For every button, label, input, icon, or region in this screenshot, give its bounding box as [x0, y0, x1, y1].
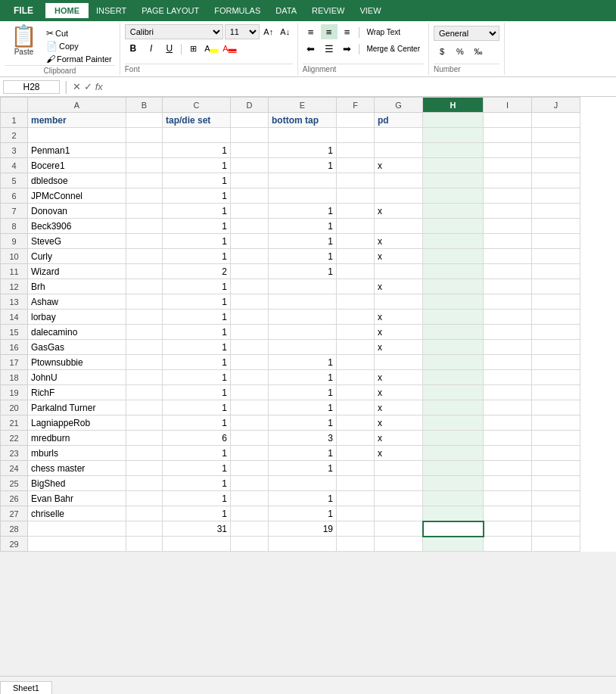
- cell-B29[interactable]: [126, 537, 163, 552]
- cell-G3[interactable]: [375, 143, 423, 158]
- cell-I14[interactable]: [484, 310, 532, 325]
- cut-button[interactable]: ✂ Cut: [43, 27, 115, 39]
- cell-G23[interactable]: x: [375, 446, 423, 461]
- cell-A5[interactable]: dbledsoe: [28, 173, 126, 188]
- cell-A8[interactable]: Beck3906: [28, 219, 126, 234]
- cell-E24[interactable]: 1: [269, 461, 337, 476]
- cell-A14[interactable]: lorbay: [28, 310, 126, 325]
- row-header[interactable]: 3: [1, 143, 28, 158]
- wrap-text-button[interactable]: Wrap Text: [362, 26, 404, 38]
- cell-I5[interactable]: [484, 173, 532, 188]
- cell-reference-input[interactable]: [3, 80, 60, 94]
- cell-H22[interactable]: [423, 431, 484, 446]
- cell-F24[interactable]: [337, 461, 375, 476]
- cell-G9[interactable]: x: [375, 234, 423, 249]
- cell-B20[interactable]: [126, 400, 163, 415]
- cell-H5[interactable]: [423, 173, 484, 188]
- cell-H10[interactable]: [423, 249, 484, 264]
- cell-B2[interactable]: [126, 128, 163, 143]
- cell-F3[interactable]: [337, 143, 375, 158]
- cell-E23[interactable]: 1: [269, 446, 337, 461]
- col-header-I[interactable]: I: [484, 98, 532, 113]
- cell-D16[interactable]: [231, 340, 269, 355]
- cell-F7[interactable]: [337, 204, 375, 219]
- cell-J19[interactable]: [532, 385, 580, 400]
- row-header[interactable]: 7: [1, 204, 28, 219]
- cell-B5[interactable]: [126, 173, 163, 188]
- cell-C24[interactable]: 1: [163, 461, 231, 476]
- row-header[interactable]: 14: [1, 310, 28, 325]
- cell-J4[interactable]: [532, 158, 580, 173]
- cell-F1[interactable]: [337, 113, 375, 128]
- cell-A18[interactable]: JohnU: [28, 370, 126, 385]
- formula-input[interactable]: [106, 81, 613, 93]
- cell-D24[interactable]: [231, 461, 269, 476]
- cell-J24[interactable]: [532, 461, 580, 476]
- cell-I21[interactable]: [484, 415, 532, 431]
- cell-J27[interactable]: [532, 506, 580, 521]
- cell-H18[interactable]: [423, 370, 484, 385]
- cell-A19[interactable]: RichF: [28, 385, 126, 400]
- col-header-G[interactable]: G: [375, 98, 423, 113]
- cell-I17[interactable]: [484, 355, 532, 370]
- cell-F13[interactable]: [337, 294, 375, 310]
- cell-A28[interactable]: [28, 521, 126, 537]
- align-center[interactable]: ☰: [321, 41, 338, 56]
- cell-E16[interactable]: [269, 340, 337, 355]
- row-header[interactable]: 18: [1, 370, 28, 385]
- row-header[interactable]: 5: [1, 173, 28, 188]
- cell-B18[interactable]: [126, 370, 163, 385]
- cell-I13[interactable]: [484, 294, 532, 310]
- cell-G26[interactable]: [375, 491, 423, 506]
- cell-G6[interactable]: [375, 188, 423, 204]
- cell-A24[interactable]: chess master: [28, 461, 126, 476]
- cell-E27[interactable]: 1: [269, 506, 337, 521]
- currency-button[interactable]: $: [434, 44, 450, 59]
- cell-J16[interactable]: [532, 340, 580, 355]
- cell-A23[interactable]: mburls: [28, 446, 126, 461]
- row-header[interactable]: 19: [1, 385, 28, 400]
- cell-C28[interactable]: 31: [163, 521, 231, 537]
- cell-E26[interactable]: 1: [269, 491, 337, 506]
- cell-H17[interactable]: [423, 355, 484, 370]
- row-header[interactable]: 26: [1, 491, 28, 506]
- cell-A22[interactable]: mredburn: [28, 431, 126, 446]
- cell-E20[interactable]: 1: [269, 400, 337, 415]
- cell-D14[interactable]: [231, 310, 269, 325]
- col-header-C[interactable]: C: [163, 98, 231, 113]
- cell-J25[interactable]: [532, 476, 580, 491]
- cell-F25[interactable]: [337, 476, 375, 491]
- row-header[interactable]: 20: [1, 400, 28, 415]
- cell-A26[interactable]: Evan Bahr: [28, 491, 126, 506]
- row-header[interactable]: 25: [1, 476, 28, 491]
- cell-C12[interactable]: 1: [163, 279, 231, 294]
- tab-page-layout[interactable]: PAGE LAYOUT: [134, 3, 207, 18]
- cell-C6[interactable]: 1: [163, 188, 231, 204]
- align-top-right[interactable]: ≡: [339, 24, 356, 39]
- cell-G25[interactable]: [375, 476, 423, 491]
- row-header[interactable]: 28: [1, 521, 28, 537]
- cell-D28[interactable]: [231, 521, 269, 537]
- cell-F28[interactable]: [337, 521, 375, 537]
- cell-D18[interactable]: [231, 370, 269, 385]
- cell-J15[interactable]: [532, 325, 580, 340]
- cell-J6[interactable]: [532, 188, 580, 204]
- align-top-center[interactable]: ≡: [321, 24, 338, 39]
- cell-F8[interactable]: [337, 219, 375, 234]
- cell-I19[interactable]: [484, 385, 532, 400]
- align-left[interactable]: ⬅: [303, 41, 319, 56]
- cell-A9[interactable]: SteveG: [28, 234, 126, 249]
- cell-G28[interactable]: [375, 521, 423, 537]
- cell-C19[interactable]: 1: [163, 385, 231, 400]
- cell-I26[interactable]: [484, 491, 532, 506]
- cell-B6[interactable]: [126, 188, 163, 204]
- percent-button[interactable]: %: [452, 44, 468, 59]
- cell-D27[interactable]: [231, 506, 269, 521]
- row-header[interactable]: 15: [1, 325, 28, 340]
- number-format-select[interactable]: General: [434, 26, 499, 41]
- cell-A2[interactable]: [28, 128, 126, 143]
- row-header[interactable]: 16: [1, 340, 28, 355]
- cell-E25[interactable]: [269, 476, 337, 491]
- cell-A15[interactable]: dalecamino: [28, 325, 126, 340]
- cell-C7[interactable]: 1: [163, 204, 231, 219]
